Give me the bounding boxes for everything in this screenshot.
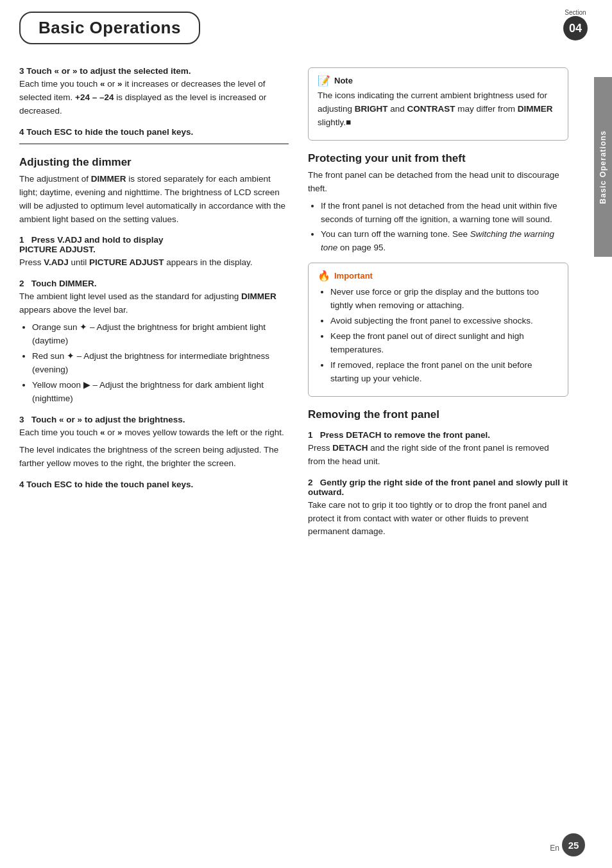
protect-bullet-2: You can turn off the warning tone. See S… <box>321 228 568 255</box>
removing-step2-heading: 2 Gently grip the right side of the fron… <box>308 478 568 497</box>
side-tab-label: Basic Operations <box>599 130 608 204</box>
note-title: 📝 Note <box>318 74 559 87</box>
note-icon: 📝 <box>318 74 330 87</box>
protect-heading: Protecting your unit from theft <box>308 152 568 165</box>
page-title: Basic Operations <box>19 12 200 44</box>
adj-step2-heading: 2 Touch DIMMER. <box>19 279 289 288</box>
side-tab: Basic Operations <box>594 77 612 257</box>
note-body: The icons indicating the current ambient… <box>318 89 559 130</box>
important-title: 🔥 Important <box>318 270 559 282</box>
adj-step1-body: Press V.ADJ until PICTURE ADJUST appears… <box>19 256 289 270</box>
step3-selected-heading: 3 Touch « or » to adjust the selected it… <box>19 66 289 76</box>
important-icon: 🔥 <box>318 270 330 282</box>
right-column: 📝 Note The icons indicating the current … <box>308 57 588 542</box>
adj-bullet-3: Yellow moon ▶ – Adjust the brightness fo… <box>32 379 289 406</box>
step3-selected-body: Each time you touch « or » it increases … <box>19 78 289 118</box>
removing-step1-body: Press DETACH and the right side of the f… <box>308 442 568 469</box>
important-bullet-1: Never use force or grip the display and … <box>330 286 559 313</box>
section-badge: Section 04 <box>563 9 588 40</box>
adj-dimmer-body: The adjustment of DIMMER is stored separ… <box>19 173 289 227</box>
adj-dimmer-heading: Adjusting the dimmer <box>19 156 289 169</box>
removing-step2-body: Take care not to grip it too tightly or … <box>308 499 568 539</box>
adj-step3-brightness-heading: 3 Touch « or » to adjust the brightness. <box>19 415 289 424</box>
section-label: Section <box>565 9 586 16</box>
adj-bullet-2: Red sun ✦ – Adjust the brightness for in… <box>32 350 289 377</box>
protect-bullet-1: If the front panel is not detached from … <box>321 200 568 227</box>
removing-heading: Removing the front panel <box>308 408 568 421</box>
page-number: 25 <box>562 833 585 856</box>
protect-bullets: If the front panel is not detached from … <box>321 200 568 256</box>
important-box: 🔥 Important Never use force or grip the … <box>308 263 568 396</box>
important-bullet-4: If removed, replace the front panel on t… <box>330 359 559 386</box>
adj-bullets: Orange sun ✦ – Adjust the brightness for… <box>32 321 289 406</box>
left-column: 3 Touch « or » to adjust the selected it… <box>19 57 289 542</box>
important-bullet-3: Keep the front panel out of direct sunli… <box>330 330 559 357</box>
step4-esc-heading: 4 Touch ESC to hide the touch panel keys… <box>19 127 289 137</box>
main-content: 3 Touch « or » to adjust the selected it… <box>0 51 612 581</box>
adj-step4-heading: 4 Touch ESC to hide the touch panel keys… <box>19 480 289 489</box>
adj-bullet-1: Orange sun ✦ – Adjust the brightness for… <box>32 321 289 348</box>
important-bullets: Never use force or grip the display and … <box>330 286 559 385</box>
en-label: En <box>550 844 559 853</box>
adj-step1-heading: 1 Press V.ADJ and hold to display PICTUR… <box>19 235 289 254</box>
adj-step3-brightness-body2: The level indicates the brightness of th… <box>19 444 289 471</box>
divider-1 <box>19 143 289 144</box>
adj-step3-brightness-body1: Each time you touch « or » moves yellow … <box>19 426 289 440</box>
removing-step1-heading: 1 Press DETACH to remove the front panel… <box>308 430 568 440</box>
page-header: Basic Operations <box>0 0 612 44</box>
section-number: 04 <box>563 16 588 40</box>
note-box: 📝 Note The icons indicating the current … <box>308 67 568 141</box>
protect-body: The front panel can be detached from the… <box>308 169 568 196</box>
adj-step2-body: The ambient light level used as the stan… <box>19 290 289 317</box>
important-bullet-2: Avoid subjecting the front panel to exce… <box>330 315 559 328</box>
